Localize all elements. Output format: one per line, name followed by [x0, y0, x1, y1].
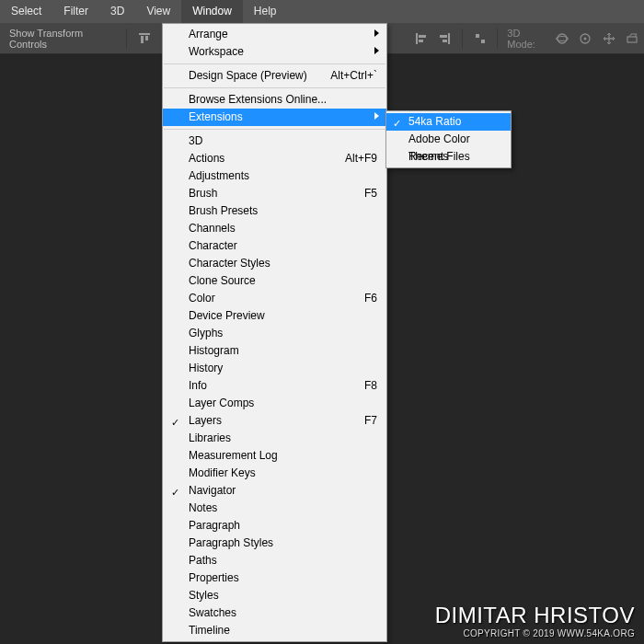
menu-separator	[164, 63, 385, 64]
menu-item-shortcut: F7	[364, 412, 377, 430]
menu-item-label: Brush	[189, 185, 355, 202]
menu-item-label: Arrange	[189, 26, 377, 43]
menu-item-label: Extensions	[189, 109, 377, 126]
menu-item-layers[interactable]: ✓LayersF7	[163, 412, 386, 430]
menu-item-paths[interactable]: Paths	[163, 552, 386, 569]
menu-3d[interactable]: 3D	[99, 0, 135, 23]
menu-item-channels[interactable]: Channels	[163, 220, 386, 237]
toolbar-separator	[126, 29, 127, 49]
menu-item-brush-presets[interactable]: Brush Presets	[163, 202, 386, 220]
menu-filter[interactable]: Filter	[52, 0, 99, 23]
menu-item-label: Color	[189, 290, 355, 307]
menu-item-shortcut: F5	[364, 185, 377, 202]
menu-item-history[interactable]: History	[163, 360, 386, 377]
menu-view[interactable]: View	[135, 0, 181, 23]
menu-item-label: Navigator	[189, 482, 377, 500]
menu-item-color[interactable]: ColorF6	[163, 290, 386, 307]
menu-item-label: Adjustments	[189, 167, 377, 185]
menu-item-brush[interactable]: BrushF5	[163, 185, 386, 202]
menu-item-character-styles[interactable]: Character Styles	[163, 255, 386, 272]
menu-item-label: Design Space (Preview)	[189, 67, 321, 85]
menu-item-navigator[interactable]: ✓Navigator	[163, 482, 386, 500]
menu-item-label: Modifier Keys	[189, 465, 377, 482]
menu-separator	[164, 129, 385, 130]
menu-item-clone-source[interactable]: Clone Source	[163, 272, 386, 290]
3d-pan-icon[interactable]	[599, 28, 619, 50]
svg-rect-0	[139, 33, 150, 35]
submenu-arrow-icon	[374, 112, 379, 120]
menu-window[interactable]: Window	[181, 0, 243, 23]
menu-item-swatches[interactable]: Swatches	[163, 604, 386, 622]
align-right-icon[interactable]	[435, 28, 455, 50]
menu-item-label: Character	[189, 237, 377, 255]
submenu-item-recent-files[interactable]: Recent Files	[386, 148, 511, 166]
toolbar-separator	[462, 29, 463, 49]
menu-item-arrange[interactable]: Arrange	[163, 26, 386, 43]
menu-item-styles[interactable]: Styles	[163, 587, 386, 604]
menu-item-extensions[interactable]: Extensions	[163, 109, 386, 126]
extensions-submenu: ✓54ka RatioAdobe Color ThemesRecent File…	[385, 110, 512, 168]
menu-help[interactable]: Help	[243, 0, 288, 23]
align-left-icon[interactable]	[411, 28, 431, 50]
submenu-item-adobe-color-themes[interactable]: Adobe Color Themes	[386, 131, 511, 148]
menu-item-label: Properties	[189, 569, 377, 587]
menu-item-label: Libraries	[189, 430, 377, 447]
align-top-icon[interactable]	[134, 28, 155, 50]
menu-item-label: Measurement Log	[189, 447, 377, 465]
menu-item-character[interactable]: Character	[163, 237, 386, 255]
window-menu-dropdown: ArrangeWorkspaceDesign Space (Preview)Al…	[162, 23, 387, 642]
menu-item-shortcut: F8	[364, 377, 377, 395]
app-menubar: Select Filter 3D View Window Help	[0, 0, 644, 23]
menu-item-design-space-preview[interactable]: Design Space (Preview)Alt+Ctrl+`	[163, 67, 386, 85]
menu-item-histogram[interactable]: Histogram	[163, 342, 386, 360]
svg-rect-13	[481, 40, 485, 43]
menu-item-browse-extensions-online[interactable]: Browse Extensions Online...	[163, 91, 386, 109]
menu-item-shortcut: F6	[364, 290, 377, 307]
submenu-item-54ka-ratio[interactable]: ✓54ka Ratio	[386, 113, 511, 131]
menu-item-label: Device Preview	[189, 307, 377, 325]
menu-item-3d[interactable]: 3D	[163, 132, 386, 150]
menu-item-label: Glyphs	[189, 325, 377, 342]
menu-item-layer-comps[interactable]: Layer Comps	[163, 395, 386, 412]
menu-item-paragraph[interactable]: Paragraph	[163, 517, 386, 535]
distribute-icon[interactable]	[470, 28, 490, 50]
3d-slide-icon[interactable]	[623, 28, 643, 50]
3d-orbit-icon[interactable]	[552, 28, 572, 50]
menu-item-modifier-keys[interactable]: Modifier Keys	[163, 465, 386, 482]
menu-item-notes[interactable]: Notes	[163, 500, 386, 517]
menu-item-workspace[interactable]: Workspace	[163, 43, 386, 61]
menu-item-label: Brush Presets	[189, 202, 377, 220]
svg-rect-11	[443, 40, 447, 42]
svg-rect-7	[419, 35, 426, 38]
menu-item-shortcut: Alt+Ctrl+`	[330, 67, 377, 85]
menu-item-label: Clone Source	[189, 272, 377, 290]
3d-roll-icon[interactable]	[576, 28, 596, 50]
menu-item-properties[interactable]: Properties	[163, 569, 386, 587]
submenu-arrow-icon	[374, 47, 379, 54]
svg-rect-12	[476, 34, 479, 38]
menu-item-label: Browse Extensions Online...	[189, 91, 377, 109]
menu-item-adjustments[interactable]: Adjustments	[163, 167, 386, 185]
menu-select[interactable]: Select	[0, 0, 52, 23]
menu-item-label: Info	[189, 377, 355, 395]
menu-item-libraries[interactable]: Libraries	[163, 430, 386, 447]
menu-item-label: Actions	[189, 150, 336, 167]
menu-item-glyphs[interactable]: Glyphs	[163, 325, 386, 342]
menu-item-measurement-log[interactable]: Measurement Log	[163, 447, 386, 465]
submenu-arrow-icon	[374, 29, 379, 37]
menu-item-paragraph-styles[interactable]: Paragraph Styles	[163, 535, 386, 552]
menu-item-label: Workspace	[189, 43, 377, 61]
menu-item-label: Paragraph Styles	[189, 535, 377, 552]
svg-rect-8	[419, 40, 423, 42]
menu-separator	[164, 87, 385, 88]
menu-item-device-preview[interactable]: Device Preview	[163, 307, 386, 325]
svg-rect-1	[141, 36, 144, 43]
menu-item-actions[interactable]: ActionsAlt+F9	[163, 150, 386, 167]
menu-item-label: Layers	[189, 412, 355, 430]
menu-item-label: Channels	[189, 220, 377, 237]
menu-item-timeline[interactable]: Timeline	[163, 622, 386, 639]
show-transform-controls-label[interactable]: Show Transform Controls	[0, 28, 121, 50]
menu-item-info[interactable]: InfoF8	[163, 377, 386, 395]
menu-item-label: Paths	[189, 552, 377, 569]
menu-item-label: Paragraph	[189, 517, 377, 535]
